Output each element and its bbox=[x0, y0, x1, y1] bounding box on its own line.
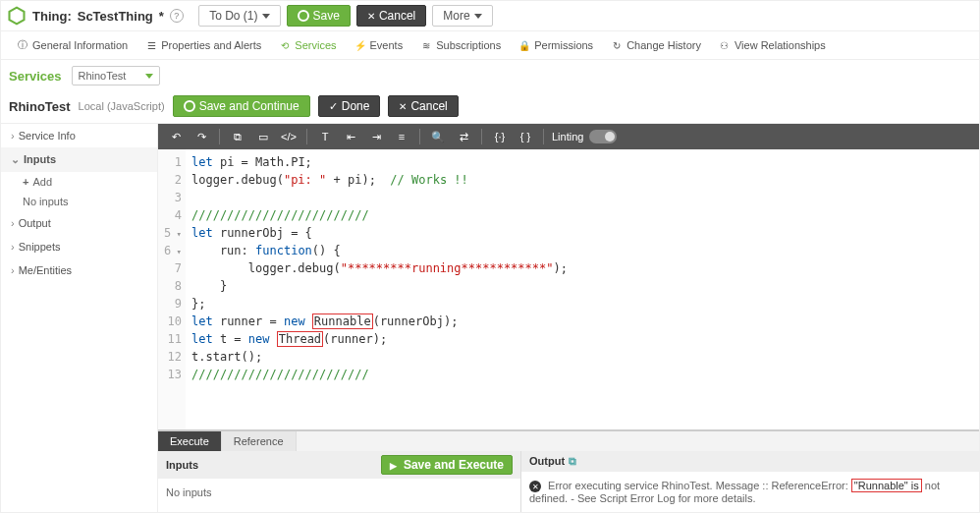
popout-icon[interactable] bbox=[565, 455, 576, 468]
done-button[interactable]: Done bbox=[318, 95, 381, 117]
services-header: Services RhinoTest bbox=[1, 60, 979, 91]
cancel-label: Cancel bbox=[379, 9, 415, 23]
error-text-prefix: Error executing service RhinoTest. Messa… bbox=[548, 480, 851, 491]
unfold-button[interactable]: { } bbox=[516, 127, 535, 146]
thing-hexagon-icon bbox=[7, 6, 27, 26]
dirty-marker: * bbox=[159, 9, 164, 24]
bolt-icon: ⚡ bbox=[354, 39, 366, 51]
side-snippets[interactable]: Snippets bbox=[1, 235, 157, 258]
ring-icon bbox=[298, 10, 309, 22]
tab-services[interactable]: ⟲Services bbox=[271, 35, 344, 55]
tab-change-history[interactable]: ↻Change History bbox=[603, 35, 709, 55]
status-dropdown[interactable]: To Do (1) bbox=[198, 5, 280, 27]
help-icon[interactable]: ? bbox=[170, 9, 184, 23]
comment-button[interactable]: ▭ bbox=[253, 127, 273, 146]
inputs-panel: Inputs Save and Execute No inputs bbox=[158, 451, 521, 513]
rss-icon: ≋ bbox=[420, 39, 432, 51]
linting-label: Linting bbox=[552, 131, 583, 142]
indent-out-button[interactable]: ⇤ bbox=[341, 127, 360, 146]
tab-events[interactable]: ⚡Events bbox=[347, 35, 411, 55]
service-select-value: RhinoTest bbox=[79, 70, 127, 82]
undo-button[interactable]: ↶ bbox=[166, 127, 186, 146]
code-editor[interactable]: 12345678910111213 let pi = Math.PI;logge… bbox=[158, 149, 979, 430]
fold-button[interactable]: {·} bbox=[490, 127, 510, 146]
cancel-icon bbox=[367, 9, 375, 23]
service-side-panel: Service Info Inputs Add No inputs Output… bbox=[1, 124, 158, 512]
entity-type-label: Thing: bbox=[32, 9, 72, 24]
link-icon: ⟲ bbox=[279, 39, 291, 51]
output-title: Output bbox=[529, 455, 565, 467]
service-name: RhinoTest bbox=[9, 99, 71, 114]
linting-toggle[interactable] bbox=[589, 130, 617, 143]
redo-button[interactable]: ↷ bbox=[191, 127, 211, 146]
bottom-panel: Execute Reference Inputs Save and Execut… bbox=[158, 430, 979, 513]
save-and-continue-button[interactable]: Save and Continue bbox=[173, 95, 310, 117]
copy-button[interactable]: ⧉ bbox=[228, 127, 247, 146]
tab-view-relationships[interactable]: ⚇View Relationships bbox=[711, 35, 834, 55]
side-output[interactable]: Output bbox=[1, 211, 157, 235]
services-title: Services bbox=[9, 69, 62, 84]
service-kind: Local (JavaScript) bbox=[79, 100, 165, 112]
svg-marker-0 bbox=[10, 8, 25, 25]
align-button[interactable]: ≡ bbox=[392, 127, 411, 146]
cancel-button[interactable]: Cancel bbox=[356, 5, 426, 27]
cancel-icon bbox=[399, 99, 407, 113]
more-dropdown[interactable]: More bbox=[432, 5, 492, 27]
header-bar: Thing: ScTestThing * ? To Do (1) Save Ca… bbox=[1, 1, 979, 31]
side-inputs-empty: No inputs bbox=[1, 192, 157, 211]
caret-down-icon bbox=[262, 14, 270, 19]
bottom-tab-execute[interactable]: Execute bbox=[158, 431, 222, 451]
error-icon: ✕ bbox=[529, 481, 541, 492]
replace-button[interactable]: ⇄ bbox=[454, 127, 473, 146]
check-icon bbox=[329, 99, 338, 113]
refresh-icon: ↻ bbox=[611, 39, 623, 51]
caret-down-icon bbox=[474, 14, 482, 19]
side-inputs-add[interactable]: Add bbox=[1, 172, 157, 192]
entity-tabs: ⓘGeneral Information ☰Properties and Ale… bbox=[1, 31, 979, 60]
service-select[interactable]: RhinoTest bbox=[72, 66, 160, 86]
caret-down-icon bbox=[145, 74, 153, 79]
code-toolbar: ↶ ↷ ⧉ ▭ </> T ⇤ ⇥ ≡ 🔍 ⇄ {·} { } Linting bbox=[158, 124, 979, 149]
service-cancel-button[interactable]: Cancel bbox=[388, 95, 458, 117]
search-button[interactable]: 🔍 bbox=[428, 127, 448, 146]
chevron-right-icon bbox=[11, 241, 19, 253]
bottom-tabs: Execute Reference bbox=[158, 431, 979, 451]
tab-properties-and-alerts[interactable]: ☰Properties and Alerts bbox=[137, 35, 269, 55]
ring-icon bbox=[184, 100, 195, 112]
lock-icon: 🔒 bbox=[518, 39, 530, 51]
inputs-body: No inputs bbox=[158, 479, 520, 506]
save-button[interactable]: Save bbox=[287, 5, 351, 27]
service-detail-header: RhinoTest Local (JavaScript) Save and Co… bbox=[1, 91, 979, 124]
chevron-down-icon bbox=[11, 153, 24, 165]
tab-general-information[interactable]: ⓘGeneral Information bbox=[9, 35, 136, 55]
bottom-tab-reference[interactable]: Reference bbox=[222, 431, 297, 451]
tab-subscriptions[interactable]: ≋Subscriptions bbox=[412, 35, 509, 55]
chevron-right-icon bbox=[11, 130, 19, 142]
highlight-runnable: Runnable bbox=[312, 314, 373, 329]
side-service-info[interactable]: Service Info bbox=[1, 124, 157, 147]
code-content[interactable]: let pi = Math.PI;logger.debug("pi: " + p… bbox=[186, 149, 979, 429]
highlight-thread: Thread bbox=[277, 331, 323, 347]
side-me-entities[interactable]: Me/Entities bbox=[1, 258, 157, 282]
output-panel: Output ✕ Error executing service RhinoTe… bbox=[521, 451, 979, 513]
font-button[interactable]: T bbox=[315, 127, 335, 146]
code-gutter: 12345678910111213 bbox=[158, 149, 186, 429]
inputs-title: Inputs bbox=[166, 459, 198, 471]
list-icon: ☰ bbox=[145, 39, 157, 51]
save-label: Save bbox=[313, 9, 340, 23]
side-inputs[interactable]: Inputs bbox=[1, 147, 157, 172]
chevron-right-icon bbox=[11, 217, 19, 229]
output-body: ✕ Error executing service RhinoTest. Mes… bbox=[521, 472, 979, 513]
indent-in-button[interactable]: ⇥ bbox=[366, 127, 386, 146]
error-highlight-runnable: "Runnable" is bbox=[851, 479, 922, 492]
graph-icon: ⚇ bbox=[719, 39, 731, 51]
editor-column: ↶ ↷ ⧉ ▭ </> T ⇤ ⇥ ≡ 🔍 ⇄ {·} { } Linting bbox=[158, 124, 979, 512]
tab-permissions[interactable]: 🔒Permissions bbox=[511, 35, 601, 55]
chevron-right-icon bbox=[11, 264, 19, 276]
code-button[interactable]: </> bbox=[279, 127, 299, 146]
entity-name: ScTestThing bbox=[78, 9, 153, 24]
play-icon bbox=[390, 458, 400, 472]
save-and-execute-button[interactable]: Save and Execute bbox=[381, 455, 513, 475]
status-label: To Do (1) bbox=[209, 9, 257, 23]
more-label: More bbox=[443, 9, 469, 23]
